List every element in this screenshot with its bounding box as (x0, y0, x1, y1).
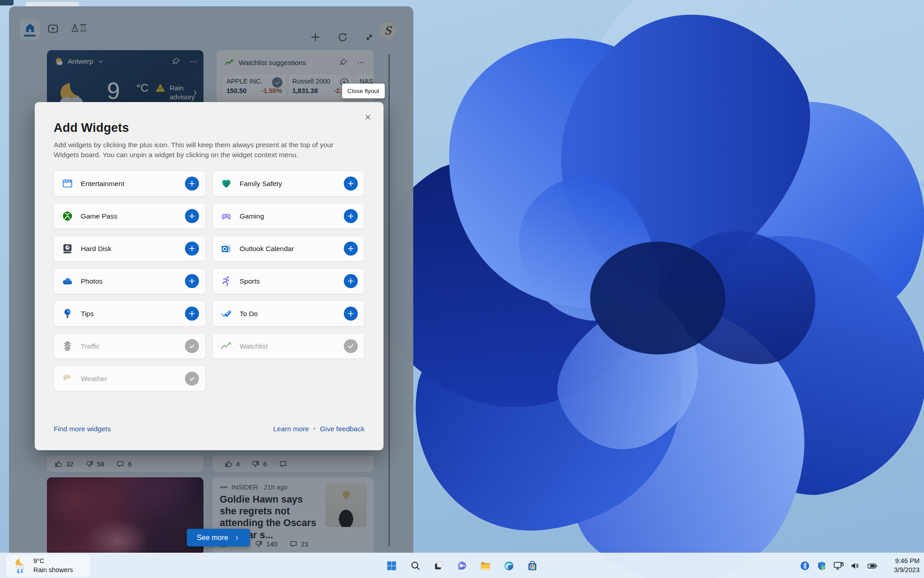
widget-item-tips[interactable]: Tips (54, 301, 206, 326)
volume-tray-icon[interactable] (849, 560, 861, 572)
edge-button[interactable] (500, 557, 518, 575)
taskbar-weather-button[interactable]: 9°C Rain showers (6, 555, 90, 577)
check-icon (188, 342, 196, 350)
widget-label: Outlook Calendar (240, 245, 344, 253)
tooltip-text: Close flyout (347, 88, 379, 94)
edge-icon (503, 560, 515, 572)
learn-more-link[interactable]: Learn more (273, 425, 309, 433)
clock-time: 9:46 PM (885, 557, 919, 566)
widget-added-badge (185, 339, 199, 353)
chat-button[interactable] (453, 557, 471, 575)
widget-label: Weather (81, 375, 185, 383)
plus-icon (188, 310, 196, 317)
dialog-title: Add Widgets (54, 121, 129, 135)
battery-tray-icon[interactable] (866, 560, 878, 572)
widget-label: Entertainment (81, 180, 185, 188)
add-widget-button[interactable] (344, 242, 358, 256)
widget-label: Photos (81, 277, 185, 285)
weather-sun-cloud-icon (61, 373, 74, 385)
plus-icon (188, 245, 196, 252)
widget-item-sports[interactable]: Sports (213, 268, 365, 294)
check-icon (188, 375, 196, 382)
widget-added-badge (185, 372, 199, 386)
widget-added-badge (344, 339, 358, 353)
microsoft-store-button[interactable] (523, 557, 541, 575)
plus-icon (188, 180, 196, 187)
plus-icon (188, 277, 196, 285)
widget-item-gaming[interactable]: Gaming (213, 203, 365, 229)
search-button[interactable] (406, 557, 424, 575)
background-window-sliver (0, 0, 14, 5)
close-icon (364, 113, 372, 121)
todo-check-icon (220, 308, 232, 320)
widget-item-game-pass[interactable]: Game Pass (54, 203, 206, 229)
file-explorer-button[interactable] (476, 557, 494, 575)
close-dialog-button[interactable] (361, 110, 374, 124)
task-view-icon (433, 560, 444, 571)
traffic-light-icon (61, 340, 74, 352)
widget-item-outlook-calendar[interactable]: Outlook Calendar (213, 236, 365, 261)
plus-icon (347, 245, 355, 252)
add-widget-button[interactable] (344, 209, 358, 223)
gaming-icon (220, 210, 232, 222)
close-flyout-tooltip: Close flyout (342, 84, 385, 98)
add-widget-button[interactable] (185, 177, 199, 191)
see-more-label: See more (197, 534, 228, 542)
add-widget-button[interactable] (185, 242, 199, 256)
add-widget-button[interactable] (185, 307, 199, 321)
plus-icon (347, 310, 355, 317)
widget-label: To Do (240, 310, 344, 318)
add-widget-button[interactable] (344, 177, 358, 191)
plus-icon (347, 212, 355, 220)
add-widget-button[interactable] (185, 209, 199, 223)
start-button[interactable] (383, 557, 401, 575)
entertainment-icon (61, 177, 74, 190)
footer-separator: • (314, 426, 315, 432)
widget-item-photos[interactable]: Photos (54, 268, 206, 294)
widget-item-hard-disk[interactable]: Hard Disk (54, 236, 206, 261)
widget-label: Family Safety (240, 180, 344, 188)
widget-label: Hard Disk (81, 245, 185, 253)
widget-label: Game Pass (81, 212, 185, 220)
widget-item-to-do[interactable]: To Do (213, 301, 365, 326)
photos-cloud-icon (61, 275, 74, 287)
task-view-button[interactable] (430, 557, 448, 575)
taskbar-clock[interactable]: 9:46 PM 3/9/2023 (885, 557, 919, 574)
taskbar: 9°C Rain showers (0, 553, 924, 578)
clock-date: 3/9/2023 (885, 566, 919, 575)
widget-item-entertainment[interactable]: Entertainment (54, 171, 206, 196)
chat-icon (456, 560, 468, 572)
add-widget-button[interactable] (185, 274, 199, 288)
see-more-button[interactable]: See more (187, 529, 250, 546)
add-widget-button[interactable] (344, 274, 358, 288)
dialog-description: Add widgets by clicking the plus icon. T… (54, 140, 359, 160)
network-tray-icon[interactable] (832, 560, 844, 572)
widget-label: Traffic (81, 342, 185, 350)
add-widgets-dialog: Add Widgets Add widgets by clicking the … (35, 102, 383, 450)
find-more-widgets-link[interactable]: Find more widgets (54, 425, 111, 433)
taskbar-center-icons (383, 553, 541, 578)
widget-item-weather: Weather (54, 366, 206, 392)
give-feedback-link[interactable]: Give feedback (320, 425, 365, 433)
dialog-footer: Find more widgets Learn more • Give feed… (54, 425, 365, 433)
wallpaper-bloom (369, 0, 924, 578)
weather-rain-icon (12, 558, 28, 574)
watchlist-trend-icon (220, 340, 232, 352)
bluetooth-tray-icon[interactable] (799, 560, 811, 572)
widget-item-family-safety[interactable]: Family Safety (213, 171, 365, 196)
search-icon (410, 560, 421, 571)
taskbar-weather-temp: 9°C (33, 557, 73, 566)
check-icon (347, 342, 355, 350)
plus-icon (347, 180, 355, 187)
family-safety-icon (220, 177, 232, 190)
chevron-right-icon (234, 535, 240, 541)
add-widget-button[interactable] (344, 307, 358, 321)
widget-list: Entertainment Family Safety Game Pass Ga… (54, 171, 365, 392)
taskbar-system-tray: 9:46 PM 3/9/2023 (799, 553, 919, 578)
tips-lightbulb-icon (61, 308, 74, 320)
widget-label: Gaming (240, 212, 344, 220)
file-explorer-icon (480, 560, 491, 572)
microsoft-store-icon (527, 560, 538, 572)
hard-disk-icon (61, 242, 74, 255)
windows-security-tray-icon[interactable] (816, 560, 827, 572)
